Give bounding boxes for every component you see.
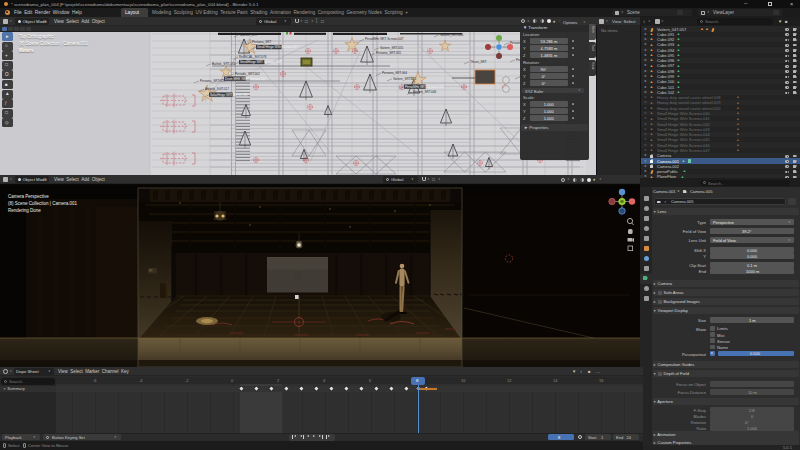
svg-text:Antiptik_SGT.017: Antiptik_SGT.017 (205, 87, 229, 91)
svg-text:Persona_SRT.064: Persona_SRT.064 (382, 71, 407, 75)
svg-text:Small Hinge WIth Screws.017: Small Hinge WIth Screws.017 (257, 45, 298, 49)
svg-text:Bathek_SRT: Bathek_SRT (240, 33, 258, 37)
svg-text:Vattern_SRT.004: Vattern_SRT.004 (440, 33, 464, 37)
svg-text:Thrust_SRT: Thrust_SRT (470, 60, 487, 64)
svg-text:Periodic_SRT.002: Periodic_SRT.002 (235, 72, 260, 76)
svg-text:Vattern_SRT.064: Vattern_SRT.064 (393, 77, 417, 81)
svg-text:SolarHinge NRT 3.8.6L.36L: SolarHinge NRT 3.8.6L.36L (210, 93, 248, 97)
svg-text:Bathek_SRT.033: Bathek_SRT.033 (212, 62, 235, 66)
svg-text:Drum MHE WMC Screws.217: Drum MHE WMC Screws.217 (225, 77, 266, 81)
svg-text:Persona_SRT.055: Persona_SRT.055 (376, 51, 401, 55)
svg-text:SmallHinge NRT Screws...049: SmallHinge NRT Screws...049 (240, 60, 282, 64)
svg-text:PersoNHe NRT-Screws.046: PersoNHe NRT-Screws.046 (405, 85, 444, 89)
svg-text:Vattern_SRT.046: Vattern_SRT.046 (413, 90, 437, 94)
svg-text:RedSCAL_SGT.076: RedSCAL_SGT.076 (239, 55, 267, 59)
svg-text:PersoNHe NRT-Screws.047: PersoNHe NRT-Screws.047 (365, 37, 404, 41)
svg-text:Persona_SRT: Persona_SRT (252, 40, 271, 44)
svg-text:Persona_SRT.026: Persona_SRT.026 (200, 79, 225, 83)
svg-text:Vattern_SRT.055: Vattern_SRT.055 (380, 46, 404, 50)
